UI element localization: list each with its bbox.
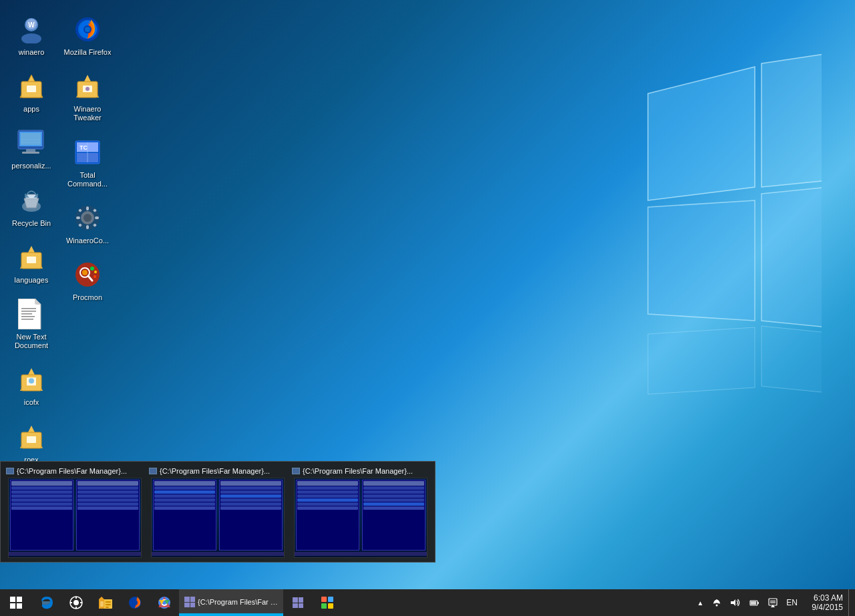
svg-rect-62: [86, 225, 89, 229]
svg-text:W: W: [28, 21, 35, 29]
svg-rect-61: [86, 206, 89, 210]
svg-rect-106: [751, 601, 756, 605]
preview-item-3[interactable]: {C:\Program Files\Far Manager}...: [291, 467, 431, 558]
preview-title-3: {C:\Program Files\Far Manager}...: [291, 467, 431, 475]
taskbar-firefox-button[interactable]: [120, 589, 150, 616]
far-manager-taskbar-icon: [184, 597, 195, 607]
svg-point-36: [29, 378, 34, 383]
svg-rect-80: [10, 603, 15, 609]
svg-rect-17: [26, 149, 35, 152]
desktop-icon-icofx[interactable]: icofx: [5, 358, 58, 412]
tray-volume-icon[interactable]: [726, 589, 745, 616]
far-manager-taskbar-label: {C:\Program Files\Far Manager}...: [198, 598, 278, 606]
personaliz-icon: [15, 127, 47, 159]
firefox-taskbar-icon: [128, 595, 142, 610]
new-text-icon: [15, 298, 47, 330]
apps-label: apps: [23, 105, 39, 114]
icofx-icon: [15, 363, 47, 396]
preview-item-1[interactable]: {C:\Program Files\Far Manager}...: [5, 467, 145, 558]
svg-point-7: [21, 33, 41, 43]
svg-rect-30: [21, 316, 35, 317]
desktop-icon-procmon[interactable]: Procmon: [61, 253, 114, 307]
desktop-icon-firefox[interactable]: Mozilla Firefox: [61, 8, 114, 62]
taskbar-edge-button[interactable]: [32, 589, 61, 616]
preview-thumb-3[interactable]: [294, 478, 428, 558]
taskbar-extra2-button[interactable]: [313, 589, 342, 616]
windows-start-icon: [9, 596, 23, 609]
desktop-icon-languages[interactable]: languages: [5, 236, 58, 290]
preview-item-2[interactable]: {C:\Program Files\Far Manager}...: [148, 467, 288, 558]
procmon-label: Procmon: [73, 293, 102, 302]
preview-thumb-2[interactable]: [151, 478, 285, 558]
svg-marker-5: [761, 326, 822, 393]
svg-marker-26: [35, 299, 41, 304]
total-commander-icon: TC: [71, 136, 104, 168]
desktop-icon-winaero-tweaker[interactable]: Winaero Tweaker: [61, 65, 114, 128]
taskbar-far-manager-button[interactable]: {C:\Program Files\Far Manager}...: [179, 589, 283, 616]
chrome-icon: [157, 595, 172, 610]
taskbar-explorer-button[interactable]: [91, 589, 120, 616]
svg-rect-86: [70, 602, 72, 603]
svg-rect-107: [757, 602, 759, 604]
svg-rect-101: [321, 603, 327, 609]
svg-rect-81: [17, 603, 22, 609]
tray-action-center-icon[interactable]: [763, 589, 782, 616]
svg-marker-104: [731, 599, 735, 606]
svg-rect-63: [76, 216, 80, 219]
preview-title-text-2: {C:\Program Files\Far Manager}...: [160, 467, 270, 475]
desktop-icon-recycle[interactable]: Recycle Bin: [5, 179, 58, 233]
svg-marker-0: [648, 67, 755, 200]
svg-rect-109: [770, 601, 776, 601]
svg-rect-28: [21, 311, 36, 312]
svg-point-48: [85, 27, 90, 32]
winaeroco-icon: [71, 202, 104, 234]
taskbar-chrome-button[interactable]: [150, 589, 179, 616]
windows-logo: [568, 53, 822, 421]
preview-icon-1: [6, 468, 14, 474]
svg-marker-4: [648, 327, 755, 394]
svg-rect-18: [22, 152, 39, 154]
tray-show-hidden-button[interactable]: ▲: [693, 589, 707, 616]
winaero-label: winaero: [19, 48, 45, 57]
svg-point-53: [86, 87, 90, 91]
winaeroco-label: WinaeroCo...: [66, 237, 109, 245]
tray-time: 6:03 AM: [814, 593, 843, 603]
desktop-icon-apps[interactable]: apps: [5, 65, 58, 119]
recycle-icon: [15, 184, 47, 216]
desktop-icon-winaero[interactable]: W winaero: [5, 8, 58, 62]
desktop-icon-winaeroco[interactable]: WinaeroCo...: [61, 196, 114, 251]
preview-title-1: {C:\Program Files\Far Manager}...: [5, 467, 145, 475]
firefox-icon: [71, 13, 104, 45]
tray-clock-button[interactable]: 6:03 AM 9/4/2015: [802, 589, 848, 616]
preview-icon-2: [149, 468, 157, 474]
preview-title-text-3: {C:\Program Files\Far Manager}...: [303, 467, 413, 475]
tray-show-desktop-button[interactable]: [848, 589, 852, 616]
svg-rect-90: [100, 601, 104, 607]
apps-icon: [15, 70, 47, 102]
extra1-icon: [293, 597, 303, 608]
tray-network-icon[interactable]: [707, 589, 726, 616]
taskbar: {C:\Program Files\Far Manager}... ▲: [0, 589, 855, 616]
start-button[interactable]: [0, 589, 32, 616]
svg-point-71: [75, 263, 100, 287]
svg-point-95: [132, 600, 138, 605]
desktop-icon-new-text[interactable]: New Text Document: [5, 293, 58, 355]
tray-power-icon[interactable]: [745, 589, 763, 616]
taskbar-extra1-button[interactable]: [283, 589, 313, 616]
svg-rect-102: [328, 603, 333, 609]
winaero-tweaker-icon: [71, 70, 104, 102]
desktop-icon-personaliz[interactable]: personaliz...: [5, 122, 58, 176]
tray-language-button[interactable]: EN: [782, 589, 802, 616]
tray-date: 9/4/2015: [812, 603, 843, 612]
svg-text:TC: TC: [79, 144, 88, 151]
preview-thumb-1[interactable]: [8, 478, 142, 558]
preview-icon-3: [292, 468, 300, 474]
svg-point-76: [94, 271, 97, 273]
volume-icon: [730, 598, 741, 607]
taskbar-settings-button[interactable]: [61, 589, 91, 616]
desktop-icon-total-commander[interactable]: TC Total Command...: [61, 131, 114, 194]
svg-rect-79: [17, 597, 22, 602]
svg-marker-2: [648, 200, 755, 321]
svg-rect-29: [21, 313, 32, 315]
svg-rect-87: [80, 602, 82, 603]
